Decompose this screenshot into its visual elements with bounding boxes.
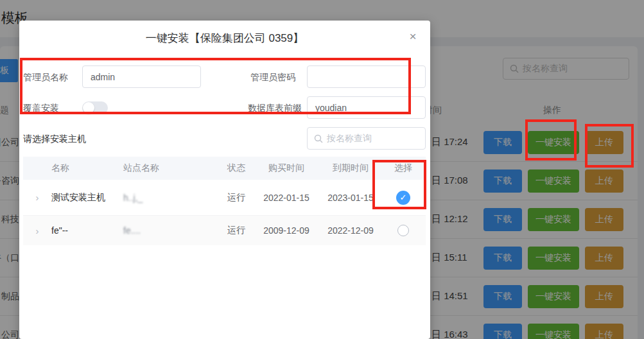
host-status: 运行: [218, 225, 254, 236]
chevron-right-icon[interactable]: ›: [23, 192, 51, 203]
host-buy-date: 2009-12-09: [254, 225, 318, 236]
chevron-right-icon[interactable]: ›: [23, 225, 51, 236]
check-icon: ✓: [400, 193, 407, 202]
admin-password-input[interactable]: [307, 65, 426, 88]
host-expire-date: 2022-12-09: [318, 225, 383, 236]
host-section-title: 请选择安装主机: [23, 134, 86, 145]
host-site: h..j,_: [123, 193, 218, 203]
host-search-placeholder: 按名称查询: [327, 133, 372, 144]
search-icon: [314, 134, 323, 143]
host-expire-date: 2023-01-15: [318, 193, 383, 203]
host-radio-selected[interactable]: ✓: [396, 191, 410, 205]
db-prefix-label: 数据库表前缀: [248, 103, 302, 114]
admin-name-value: admin: [91, 72, 115, 82]
col-select: 选择: [383, 162, 424, 174]
close-icon[interactable]: ×: [406, 30, 420, 44]
host-status: 运行: [218, 192, 254, 204]
host-radio-unselected[interactable]: [397, 225, 409, 236]
host-buy-date: 2022-01-15: [254, 193, 318, 203]
col-buy: 购买时间: [254, 162, 318, 174]
host-name: fe"--: [51, 225, 123, 236]
admin-password-label: 管理员密码: [250, 72, 295, 83]
host-name: 测试安装主机: [51, 192, 123, 204]
col-expire: 到期时间: [318, 162, 383, 174]
col-status: 状态: [218, 162, 254, 174]
dialog-title: 一键安装【保险集团公司 0359】: [19, 31, 430, 46]
install-dialog: 一键安装【保险集团公司 0359】 × 管理员名称 admin 管理员密码 覆盖…: [19, 21, 430, 339]
db-prefix-input[interactable]: youdian_: [307, 96, 426, 119]
overwrite-toggle[interactable]: [82, 101, 108, 114]
host-search-input[interactable]: 按名称查询: [307, 127, 426, 150]
col-name: 名称: [51, 162, 123, 174]
host-row[interactable]: › fe"-- fe.... 运行 2009-12-09 2022-12-09: [23, 216, 426, 245]
host-row[interactable]: › 测试安装主机 h..j,_ 运行 2022-01-15 2023-01-15…: [23, 180, 426, 216]
overwrite-install-label: 覆盖安装: [23, 103, 59, 114]
host-table: 名称 站点名称 状态 购买时间 到期时间 选择 › 测试安装主机 h..j,_ …: [23, 157, 426, 245]
col-site: 站点名称: [123, 162, 218, 174]
host-table-header: 名称 站点名称 状态 购买时间 到期时间 选择: [23, 157, 426, 180]
toggle-knob: [83, 102, 94, 114]
screen: 模板 模板 按名称查询 题 时间 操作 团公司 日 17:24 下载 一键安装 …: [0, 0, 644, 339]
db-prefix-value: youdian_: [315, 103, 352, 113]
admin-name-label: 管理员名称: [23, 72, 68, 83]
admin-name-input[interactable]: admin: [82, 65, 201, 88]
host-site: fe....: [123, 225, 218, 236]
